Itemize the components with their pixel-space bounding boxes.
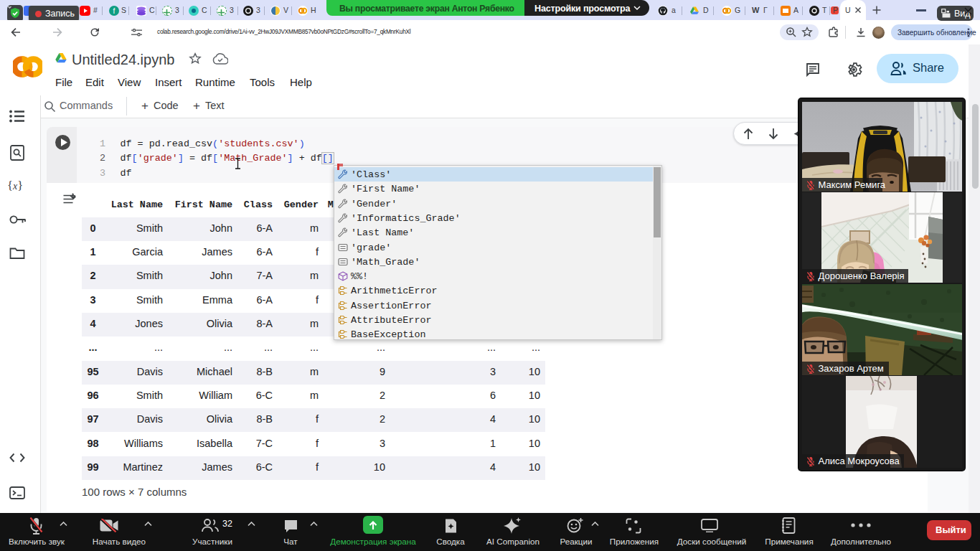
svg-text:f: f	[113, 7, 116, 15]
